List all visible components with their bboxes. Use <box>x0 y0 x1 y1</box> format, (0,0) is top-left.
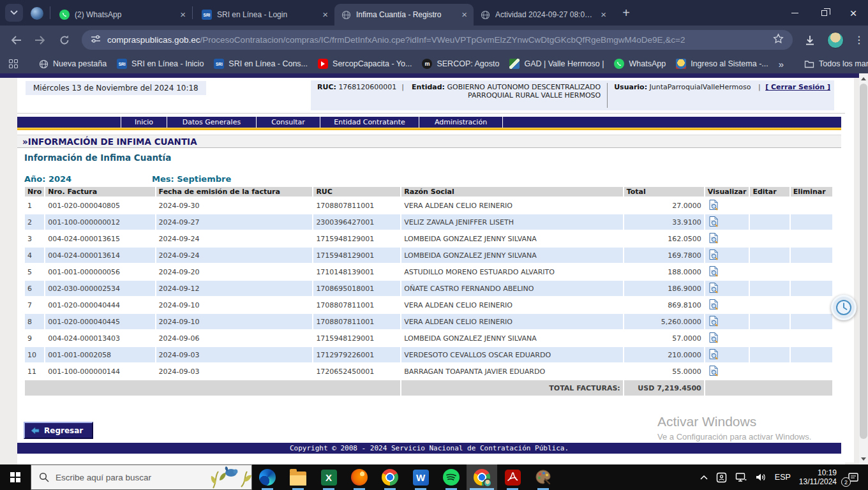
tab-actividad[interactable]: Actividad 2024-09-27 08:00:00 | × <box>474 4 613 26</box>
cell-eliminar <box>791 314 832 329</box>
scroll-down-arrow[interactable] <box>859 454 868 464</box>
menu-item-consultar[interactable]: Consultar <box>257 117 320 128</box>
visualizar-icon[interactable] <box>708 221 719 229</box>
bookmark-sercop-agosto[interactable]: m SERCOP: Agosto <box>422 59 499 69</box>
edge-icon <box>259 469 276 486</box>
taskbar-search[interactable]: Escribe aquí para buscar <box>31 464 252 490</box>
table-row: 5 001-001-000000056 2024-09-20 171014813… <box>25 264 832 279</box>
browser-menu-icon[interactable]: ⋮ <box>854 38 859 42</box>
cell-razon-social: VERA ALDEAN CELIO REINERIO <box>401 297 623 313</box>
menu-item-administracion[interactable]: Administración <box>419 117 503 128</box>
cell-ruc: 1715948129001 <box>313 330 400 346</box>
table-row: 1 001-020-000040805 2024-09-30 170880781… <box>25 198 832 213</box>
close-tab-icon[interactable]: × <box>180 10 186 19</box>
table-row: 6 002-030-000002534 2024-09-12 170869501… <box>25 281 832 296</box>
bookmark-sri-inicio[interactable]: SRI SRI en Línea - Inicio <box>117 59 204 69</box>
table-row: 3 004-024-000013615 2024-09-24 171594812… <box>25 231 832 246</box>
close-tab-icon[interactable]: × <box>601 10 606 19</box>
menu-item-inicio[interactable]: Inicio <box>121 117 167 128</box>
scrollbar-thumb[interactable] <box>860 84 867 439</box>
windows-logo-icon <box>10 472 20 482</box>
address-bar[interactable]: compraspublicas.gob.ec/ProcesoContrataci… <box>82 30 793 50</box>
restore-button[interactable] <box>809 0 839 26</box>
notification-center[interactable]: 2 <box>845 469 862 486</box>
system-tray: ESP 10:19 13/11/2024 2 <box>700 468 868 486</box>
cell-factura: 001-020-000040444 <box>45 297 154 313</box>
visualizar-icon[interactable] <box>708 254 719 262</box>
all-bookmarks-button[interactable]: Todos los marcadores <box>804 59 868 69</box>
taskbar-app-word[interactable]: W <box>405 464 436 490</box>
cell-ruc: 1708695018001 <box>313 281 400 296</box>
reload-button[interactable] <box>57 33 71 47</box>
taskbar-app-excel[interactable]: X <box>313 464 344 490</box>
tab-infima-cuantia-active[interactable]: Infima Cuantía - Registro × <box>334 4 474 26</box>
taskbar-app-chrome[interactable] <box>375 464 405 490</box>
tab-search-button[interactable] <box>5 4 23 22</box>
pinned-tab-favicon[interactable] <box>31 7 43 20</box>
back-button[interactable] <box>9 33 23 47</box>
regresar-button[interactable]: Regresar <box>24 422 93 439</box>
visualizar-icon[interactable] <box>708 204 719 212</box>
taskbar-app-spotify[interactable] <box>436 464 467 490</box>
visualizar-icon[interactable] <box>708 337 719 345</box>
taskbar-app-edge[interactable] <box>252 464 283 490</box>
taskbar-app-acrobat[interactable] <box>497 464 528 490</box>
keyboard-language[interactable]: ESP <box>775 473 791 482</box>
profile-avatar[interactable] <box>827 32 844 48</box>
page-scrollbar[interactable] <box>859 73 868 464</box>
bookmark-star-icon[interactable] <box>773 33 784 47</box>
visualizar-icon[interactable] <box>708 370 719 378</box>
cell-factura: 004-024-000013615 <box>45 231 154 246</box>
volume-icon[interactable] <box>755 472 767 482</box>
visualizar-icon[interactable] <box>708 237 719 246</box>
taskbar-app-file-explorer[interactable] <box>283 464 313 490</box>
close-tab-icon[interactable]: × <box>322 10 328 19</box>
bookmark-sercopcapacita[interactable]: SercopCapacita - Yo... <box>318 59 412 69</box>
network-icon[interactable] <box>735 472 747 482</box>
visualizar-icon[interactable] <box>708 353 719 362</box>
logout-link[interactable]: [ Cerrar Sesión ] <box>765 83 830 91</box>
bookmark-gad-valle-hermoso[interactable]: GAD | Valle Hermoso | <box>509 59 604 69</box>
floating-clock-widget[interactable] <box>831 295 857 320</box>
cell-ruc: 1720652450001 <box>313 364 400 379</box>
taskbar-app-gimp[interactable] <box>528 464 558 490</box>
menu-item-entidad-contratante[interactable]: Entidad Contratante <box>320 117 419 128</box>
cell-ruc: 1715948129001 <box>313 248 400 263</box>
minimize-button[interactable] <box>780 0 809 26</box>
close-window-button[interactable]: × <box>839 0 868 26</box>
bookmark-sri-consultas[interactable]: SRI SRI en Línea - Cons... <box>214 59 308 69</box>
tab-sri-login[interactable]: SRI SRI en Línea - Login × <box>195 4 334 26</box>
table-row: 10 001-001-0002058 2024-09-03 1712979226… <box>25 347 832 362</box>
tray-chevron-up-icon[interactable] <box>700 475 708 480</box>
close-tab-icon[interactable]: × <box>461 10 467 19</box>
forward-button[interactable] <box>33 33 47 47</box>
bookmark-nueva-pestana[interactable]: Nueva pestaña <box>38 59 107 69</box>
site-info-icon[interactable] <box>91 34 101 46</box>
taskbar-app-firefox[interactable] <box>344 464 375 490</box>
menu-item-datos-generales[interactable]: Datos Generales <box>167 117 257 128</box>
paint-palette-icon <box>535 469 551 486</box>
apps-grid-icon[interactable] <box>9 59 18 68</box>
chrome-icon <box>382 469 398 486</box>
visualizar-icon[interactable] <box>708 287 719 295</box>
ruc-field: RUC: 1768120600001| <box>315 82 408 91</box>
scroll-up-arrow[interactable] <box>859 74 868 84</box>
tray-people-icon[interactable] <box>716 472 727 483</box>
taskbar-clock[interactable]: 10:19 13/11/2024 <box>799 468 837 486</box>
start-button[interactable] <box>0 464 31 490</box>
tab-whatsapp[interactable]: (2) WhatsApp × <box>53 4 192 26</box>
visualizar-icon[interactable] <box>708 271 719 279</box>
bookmark-whatsapp[interactable]: WhatsApp <box>614 59 666 69</box>
table-row: 11 001-100-000000144 2024-09-03 17206524… <box>25 364 832 379</box>
total-value: USD 7,219.4500 <box>624 380 704 396</box>
bookmarks-overflow-chevron[interactable]: » <box>779 59 784 70</box>
downloads-icon[interactable] <box>803 33 817 47</box>
cell-razon-social: ASTUDILLO MORENO ESTUARDO ALVARITO <box>401 264 623 279</box>
visualizar-icon[interactable] <box>708 304 719 312</box>
cell-razon-social: LOMBEIDA GONZALEZ JENNY SILVANA <box>401 330 623 346</box>
taskbar-app-chrome-active[interactable] <box>467 464 497 490</box>
cell-eliminar <box>791 364 832 379</box>
bookmark-ingreso-sistema[interactable]: Ingreso al Sistema -... <box>676 59 768 69</box>
visualizar-icon[interactable] <box>708 320 719 329</box>
new-tab-button[interactable]: + <box>617 3 636 22</box>
